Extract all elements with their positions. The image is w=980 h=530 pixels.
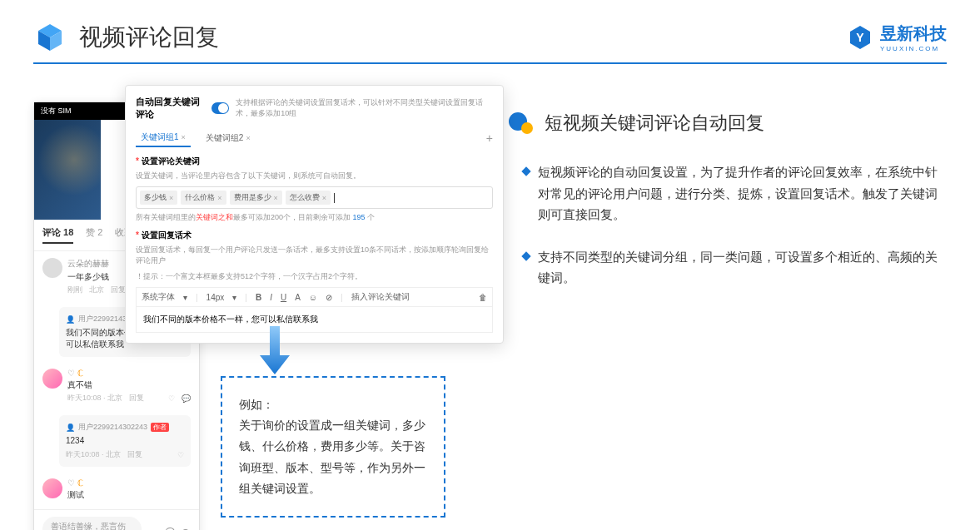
comment-input[interactable]: 善语结善缘，恶言伤人心 [42, 517, 142, 530]
reply-link[interactable]: 回复 [111, 285, 126, 295]
heart-icon[interactable]: ♡ [168, 394, 175, 403]
close-icon[interactable]: × [246, 134, 250, 142]
example-box: 例如： 关于询价的设置成一组关键词，多少钱、什么价格，费用多少等。关于咨询班型、… [221, 376, 445, 518]
logo-text: 昱新科技 [880, 22, 947, 45]
keyword-tag: 费用是多少 × [230, 191, 282, 205]
tab-comments[interactable]: 评论 18 [42, 226, 73, 244]
reply-editor[interactable]: 我们不同的版本价格不一样，您可以私信联系我 [136, 306, 493, 333]
keyword-group-tab-1[interactable]: 关键词组1× [136, 129, 191, 147]
comment-icon[interactable]: 💬 [182, 394, 191, 403]
gift-icon[interactable]: ⊕ [181, 526, 191, 530]
diamond-bullet-icon [521, 251, 530, 260]
header-divider [33, 62, 947, 64]
clear-button[interactable]: ⊘ [326, 293, 332, 302]
auto-reply-toggle[interactable] [211, 102, 230, 114]
insert-keyword-button[interactable]: 插入评论关键词 [351, 291, 410, 303]
close-icon[interactable]: × [182, 133, 186, 141]
arrow-down-icon [258, 326, 291, 376]
svg-text:Y: Y [856, 31, 864, 44]
at-icon[interactable]: @ [164, 526, 176, 530]
keyword-tag: 多少钱 × [140, 191, 177, 205]
emoji-button[interactable]: ☺ [309, 293, 317, 302]
section-title: 短视频关键词评论自动回复 [545, 111, 764, 136]
brand-logo: Y 昱新科技 YUUXIN.COM [847, 22, 947, 52]
keyword-tag: 怎么收费 × [286, 191, 331, 205]
svg-point-2 [521, 122, 533, 134]
bullet-text: 支持不同类型的关键词分组，同一类问题，可设置多个相近的、高频的关键词。 [538, 246, 947, 289]
delete-button[interactable]: 🗑 [479, 293, 487, 302]
avatar [42, 369, 62, 389]
video-thumbnail [34, 120, 101, 220]
keyword-field-label: 设置评论关键词 [136, 156, 493, 167]
bullet-text: 短视频评论的自动回复设置，为了提升作者的评论回复效率，在系统中针对常见的评论用户… [538, 161, 947, 225]
logo-subtext: YUUXIN.COM [880, 45, 947, 52]
chat-bubble-icon [508, 110, 535, 136]
cube-icon [33, 21, 67, 54]
bold-button[interactable]: B [256, 293, 261, 302]
settings-panel: 自动回复关键词评论 支持根据评论的关键词设置回复话术，可以针对不同类型关键词设置… [125, 85, 504, 344]
example-title: 例如： [239, 394, 427, 415]
font-family-select[interactable]: 系统字体 [142, 291, 175, 303]
avatar [42, 478, 62, 498]
example-body: 关于询价的设置成一组关键词，多少钱、什么价格，费用多少等。关于咨询班型、版本、型… [239, 415, 427, 499]
panel-title: 自动回复关键词评论 [136, 96, 205, 121]
add-group-button[interactable]: + [486, 131, 493, 145]
font-size-select[interactable]: 14px [206, 293, 225, 302]
keyword-tag: 什么价格 × [181, 191, 226, 205]
reply-field-label: 设置回复话术 [136, 230, 493, 241]
reply-link[interactable]: 回复 [129, 393, 144, 404]
underline-button[interactable]: U [281, 293, 286, 302]
logo-hex-icon: Y [847, 24, 873, 51]
status-sim: 没有 SIM [41, 106, 72, 116]
avatar [42, 258, 62, 278]
heart-icon[interactable]: ♡ [177, 451, 184, 459]
tab-likes[interactable]: 赞 2 [86, 226, 102, 244]
keyword-input[interactable]: 多少钱 × 什么价格 × 费用是多少 × 怎么收费 × [136, 186, 493, 209]
page-title: 视频评论回复 [79, 22, 219, 53]
emoji-icon[interactable]: ☺ [147, 526, 158, 530]
editor-toolbar: 系统字体▾ | 14px▾ | B I U A ☺ ⊘ | 插入评论关键词 🗑 [136, 287, 493, 306]
italic-button[interactable]: I [270, 293, 272, 302]
color-button[interactable]: A [295, 293, 301, 302]
keyword-group-tab-2[interactable]: 关键词组2× [201, 130, 256, 146]
diamond-bullet-icon [521, 166, 530, 176]
